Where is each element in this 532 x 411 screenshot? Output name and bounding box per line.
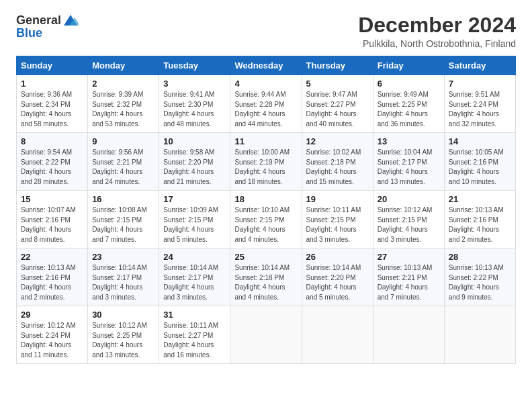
calendar-week-row: 8Sunrise: 9:54 AM Sunset: 2:22 PM Daylig… [17, 133, 516, 191]
day-number: 19 [306, 194, 369, 204]
day-number: 11 [234, 136, 297, 146]
calendar-day-cell: 15Sunrise: 10:07 AM Sunset: 2:16 PM Dayl… [17, 191, 88, 248]
day-info: Sunrise: 10:13 AM Sunset: 2:21 PM Daylig… [378, 263, 440, 302]
day-number: 4 [234, 79, 297, 89]
title-block: December 2024 Pulkkila, North Ostrobothn… [358, 13, 516, 49]
calendar-day-cell: 7Sunrise: 9:51 AM Sunset: 2:24 PM Daylig… [444, 75, 515, 133]
day-number: 18 [234, 194, 297, 204]
calendar-day-cell: 13Sunrise: 10:04 AM Sunset: 2:17 PM Dayl… [373, 133, 444, 191]
day-info: Sunrise: 9:58 AM Sunset: 2:20 PM Dayligh… [163, 148, 226, 187]
day-info: Sunrise: 10:10 AM Sunset: 2:15 PM Daylig… [234, 205, 297, 244]
logo-blue: Blue [16, 27, 42, 39]
weekday-header-monday: Monday [88, 56, 159, 75]
day-number: 17 [163, 194, 226, 204]
day-info: Sunrise: 10:05 AM Sunset: 2:16 PM Daylig… [449, 148, 511, 187]
calendar-day-cell: 1Sunrise: 9:36 AM Sunset: 2:34 PM Daylig… [17, 75, 88, 133]
weekday-header-tuesday: Tuesday [159, 56, 230, 75]
calendar-day-cell: 10Sunrise: 9:58 AM Sunset: 2:20 PM Dayli… [159, 133, 230, 191]
day-info: Sunrise: 9:54 AM Sunset: 2:22 PM Dayligh… [21, 148, 83, 187]
day-number: 21 [449, 194, 511, 204]
day-info: Sunrise: 10:14 AM Sunset: 2:18 PM Daylig… [234, 263, 297, 302]
day-number: 15 [21, 194, 83, 204]
calendar-day-cell: 8Sunrise: 9:54 AM Sunset: 2:22 PM Daylig… [17, 133, 88, 191]
calendar-day-cell: 3Sunrise: 9:41 AM Sunset: 2:30 PM Daylig… [159, 75, 230, 133]
day-info: Sunrise: 9:49 AM Sunset: 2:25 PM Dayligh… [378, 90, 440, 129]
day-number: 31 [163, 310, 226, 320]
day-number: 29 [21, 310, 83, 320]
day-number: 7 [449, 79, 511, 89]
day-number: 26 [306, 252, 369, 262]
day-info: Sunrise: 10:13 AM Sunset: 2:16 PM Daylig… [449, 205, 511, 244]
day-info: Sunrise: 10:08 AM Sunset: 2:15 PM Daylig… [92, 205, 154, 244]
day-number: 5 [306, 79, 369, 89]
day-number: 8 [21, 136, 83, 146]
day-info: Sunrise: 10:12 AM Sunset: 2:24 PM Daylig… [21, 321, 83, 360]
day-number: 16 [92, 194, 154, 204]
calendar-day-cell [373, 306, 444, 364]
day-info: Sunrise: 10:11 AM Sunset: 2:27 PM Daylig… [163, 321, 226, 360]
weekday-header-friday: Friday [373, 56, 444, 75]
day-number: 1 [21, 79, 83, 89]
calendar-day-cell: 30Sunrise: 10:12 AM Sunset: 2:25 PM Dayl… [88, 306, 159, 364]
calendar-day-cell: 25Sunrise: 10:14 AM Sunset: 2:18 PM Dayl… [230, 248, 302, 306]
day-info: Sunrise: 9:36 AM Sunset: 2:34 PM Dayligh… [21, 90, 83, 129]
calendar-day-cell: 27Sunrise: 10:13 AM Sunset: 2:21 PM Dayl… [373, 248, 444, 306]
location-subtitle: Pulkkila, North Ostrobothnia, Finland [358, 38, 516, 49]
day-info: Sunrise: 10:13 AM Sunset: 2:16 PM Daylig… [21, 263, 83, 302]
calendar-day-cell [302, 306, 373, 364]
day-info: Sunrise: 9:39 AM Sunset: 2:32 PM Dayligh… [92, 90, 154, 129]
day-info: Sunrise: 10:00 AM Sunset: 2:19 PM Daylig… [234, 148, 297, 187]
day-number: 6 [378, 79, 440, 89]
day-number: 12 [306, 136, 369, 146]
day-info: Sunrise: 9:56 AM Sunset: 2:21 PM Dayligh… [92, 148, 154, 187]
day-number: 3 [163, 79, 226, 89]
calendar-day-cell: 19Sunrise: 10:11 AM Sunset: 2:15 PM Dayl… [302, 191, 373, 248]
calendar-day-cell: 26Sunrise: 10:14 AM Sunset: 2:20 PM Dayl… [302, 248, 373, 306]
day-info: Sunrise: 10:11 AM Sunset: 2:15 PM Daylig… [306, 205, 369, 244]
calendar-day-cell: 28Sunrise: 10:13 AM Sunset: 2:22 PM Dayl… [444, 248, 515, 306]
weekday-header-row: SundayMondayTuesdayWednesdayThursdayFrid… [17, 56, 516, 75]
calendar-day-cell: 2Sunrise: 9:39 AM Sunset: 2:32 PM Daylig… [88, 75, 159, 133]
calendar-day-cell: 4Sunrise: 9:44 AM Sunset: 2:28 PM Daylig… [230, 75, 302, 133]
day-number: 30 [92, 310, 154, 320]
day-info: Sunrise: 9:47 AM Sunset: 2:27 PM Dayligh… [306, 90, 369, 129]
weekday-header-wednesday: Wednesday [230, 56, 302, 75]
day-info: Sunrise: 9:41 AM Sunset: 2:30 PM Dayligh… [163, 90, 226, 129]
weekday-header-saturday: Saturday [444, 56, 515, 75]
calendar-week-row: 29Sunrise: 10:12 AM Sunset: 2:24 PM Dayl… [17, 306, 516, 364]
weekday-header-thursday: Thursday [302, 56, 373, 75]
day-number: 25 [234, 252, 297, 262]
calendar-day-cell: 23Sunrise: 10:14 AM Sunset: 2:17 PM Dayl… [88, 248, 159, 306]
calendar-week-row: 15Sunrise: 10:07 AM Sunset: 2:16 PM Dayl… [17, 191, 516, 248]
day-number: 2 [92, 79, 154, 89]
day-number: 28 [449, 252, 511, 262]
calendar-day-cell: 22Sunrise: 10:13 AM Sunset: 2:16 PM Dayl… [17, 248, 88, 306]
day-number: 14 [449, 136, 511, 146]
page-header: General Blue December 2024 Pulkkila, Nor… [16, 13, 516, 49]
day-number: 13 [378, 136, 440, 146]
day-info: Sunrise: 10:04 AM Sunset: 2:17 PM Daylig… [378, 148, 440, 187]
day-number: 27 [378, 252, 440, 262]
day-info: Sunrise: 10:02 AM Sunset: 2:18 PM Daylig… [306, 148, 369, 187]
day-number: 20 [378, 194, 440, 204]
calendar-day-cell: 20Sunrise: 10:12 AM Sunset: 2:15 PM Dayl… [373, 191, 444, 248]
day-info: Sunrise: 10:12 AM Sunset: 2:25 PM Daylig… [92, 321, 154, 360]
calendar-day-cell: 16Sunrise: 10:08 AM Sunset: 2:15 PM Dayl… [88, 191, 159, 248]
calendar-week-row: 22Sunrise: 10:13 AM Sunset: 2:16 PM Dayl… [17, 248, 516, 306]
calendar-day-cell: 5Sunrise: 9:47 AM Sunset: 2:27 PM Daylig… [302, 75, 373, 133]
calendar-day-cell: 18Sunrise: 10:10 AM Sunset: 2:15 PM Dayl… [230, 191, 302, 248]
day-info: Sunrise: 9:44 AM Sunset: 2:28 PM Dayligh… [234, 90, 297, 129]
logo: General Blue [16, 13, 79, 39]
calendar-week-row: 1Sunrise: 9:36 AM Sunset: 2:34 PM Daylig… [17, 75, 516, 133]
logo-icon [62, 13, 79, 27]
day-number: 9 [92, 136, 154, 146]
calendar-day-cell: 21Sunrise: 10:13 AM Sunset: 2:16 PM Dayl… [444, 191, 515, 248]
day-info: Sunrise: 10:07 AM Sunset: 2:16 PM Daylig… [21, 205, 83, 244]
calendar-day-cell [230, 306, 302, 364]
day-info: Sunrise: 10:09 AM Sunset: 2:15 PM Daylig… [163, 205, 226, 244]
day-info: Sunrise: 10:13 AM Sunset: 2:22 PM Daylig… [449, 263, 511, 302]
calendar-day-cell: 6Sunrise: 9:49 AM Sunset: 2:25 PM Daylig… [373, 75, 444, 133]
day-info: Sunrise: 10:14 AM Sunset: 2:17 PM Daylig… [92, 263, 154, 302]
calendar-day-cell [444, 306, 515, 364]
day-number: 23 [92, 252, 154, 262]
